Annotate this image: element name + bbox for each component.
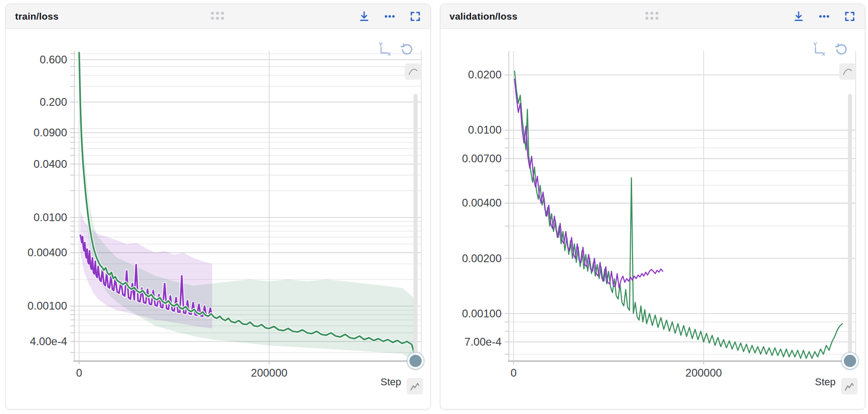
panel-train-loss: train/loss — [5, 4, 431, 409]
svg-text:0.0900: 0.0900 — [34, 126, 67, 139]
svg-text:x: x — [822, 50, 826, 56]
smoothing-curve-icon — [842, 65, 853, 78]
axis-settings-button[interactable]: Y x — [812, 42, 826, 56]
panel-header: train/loss — [6, 4, 430, 29]
fullscreen-button[interactable] — [844, 10, 856, 22]
svg-text:7.00e-4: 7.00e-4 — [465, 336, 502, 348]
sparkline-icon — [844, 379, 855, 393]
y-zoom-slider-thumb[interactable] — [842, 353, 858, 369]
kebab-menu-button[interactable] — [384, 10, 396, 22]
svg-text:x: x — [387, 50, 391, 56]
reset-zoom-icon — [835, 42, 848, 56]
train-loss-chart[interactable]: 0.6000.2000.09000.04000.01000.004000.001… — [10, 48, 427, 388]
panel-validation-loss: validation/loss — [440, 4, 865, 409]
y-zoom-slider-thumb[interactable] — [408, 353, 424, 369]
panel-title: validation/loss — [450, 11, 518, 22]
kebab-menu-icon — [818, 10, 830, 22]
download-button[interactable] — [793, 10, 805, 22]
drag-handle-icon[interactable] — [646, 12, 660, 21]
fullscreen-icon — [844, 10, 856, 22]
svg-text:0.600: 0.600 — [40, 53, 67, 66]
kebab-menu-icon — [384, 10, 396, 22]
y-zoom-slider-track[interactable] — [848, 94, 852, 361]
svg-text:0.00200: 0.00200 — [462, 252, 502, 264]
axis-settings-button[interactable]: Y x — [377, 42, 391, 56]
svg-text:Y: Y — [813, 42, 817, 48]
download-button[interactable] — [358, 10, 370, 22]
download-icon — [793, 10, 805, 22]
svg-text:0.00400: 0.00400 — [27, 246, 67, 259]
sparkline-icon — [409, 379, 420, 393]
smoothing-button[interactable] — [405, 63, 421, 80]
smoothing-curve-icon — [408, 65, 418, 78]
sparkline-button[interactable] — [841, 378, 858, 394]
svg-text:200000: 200000 — [685, 367, 722, 379]
sparkline-button[interactable] — [407, 378, 423, 394]
svg-text:0.00700: 0.00700 — [462, 152, 502, 165]
smoothing-button[interactable] — [839, 63, 856, 80]
chart-corner-controls: Y x — [377, 42, 414, 56]
x-axis-label: Step — [815, 376, 836, 388]
reset-zoom-button[interactable] — [400, 42, 414, 56]
svg-text:200000: 200000 — [251, 367, 288, 379]
download-icon — [358, 10, 370, 22]
header-actions — [793, 10, 856, 22]
svg-text:4.00e-4: 4.00e-4 — [30, 335, 67, 347]
panel-header: validation/loss — [440, 4, 865, 29]
chart-corner-controls: Y x — [812, 42, 848, 56]
svg-text:0.00100: 0.00100 — [462, 307, 502, 320]
svg-text:0: 0 — [511, 367, 517, 379]
svg-text:0.00400: 0.00400 — [462, 197, 502, 209]
panel-title: train/loss — [15, 11, 58, 22]
svg-text:0.200: 0.200 — [40, 96, 67, 108]
header-actions — [358, 10, 421, 22]
fullscreen-icon — [409, 10, 421, 22]
y-zoom-slider-track[interactable] — [413, 94, 418, 361]
svg-text:0.0400: 0.0400 — [34, 158, 67, 170]
axis-settings-icon: Y x — [812, 42, 826, 56]
reset-zoom-button[interactable] — [835, 42, 848, 56]
svg-text:Y: Y — [379, 42, 383, 48]
axis-settings-icon: Y x — [377, 42, 391, 56]
svg-text:0.0100: 0.0100 — [468, 124, 502, 136]
x-axis-label: Step — [381, 376, 401, 388]
drag-handle-icon[interactable] — [211, 12, 225, 21]
fullscreen-button[interactable] — [409, 10, 421, 22]
svg-text:0.0100: 0.0100 — [34, 211, 67, 223]
kebab-menu-button[interactable] — [818, 10, 830, 22]
svg-text:0: 0 — [76, 367, 82, 379]
reset-zoom-icon — [400, 42, 414, 56]
page-root: { "panels": [ { "title": "train/loss", "… — [0, 0, 868, 414]
svg-text:0.00100: 0.00100 — [27, 300, 67, 312]
validation-loss-chart[interactable]: 0.02000.01000.007000.004000.002000.00100… — [445, 48, 861, 388]
svg-text:0.0200: 0.0200 — [468, 68, 502, 81]
